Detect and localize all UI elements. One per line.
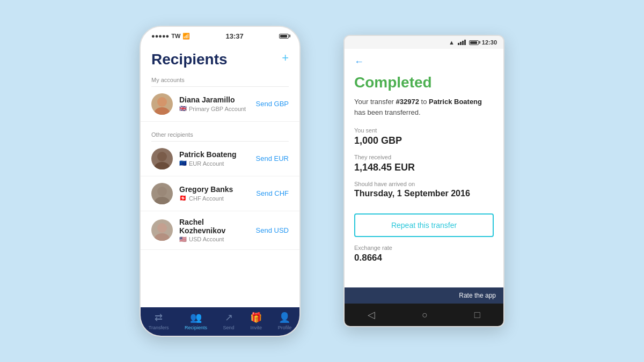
recipient-name: Patrick Boateng — [179, 150, 250, 159]
transfer-id: #32972 — [396, 98, 419, 106]
svg-point-4 — [157, 187, 167, 196]
send-eur-button[interactable]: Send EUR — [256, 154, 289, 162]
recipient-info: Gregory Banks 🇨🇭 CHF Account — [179, 185, 250, 202]
svg-point-3 — [155, 162, 170, 169]
tab-invite-label: Invite — [250, 325, 262, 330]
scene: ●●●●● TW 📶 13:37 Recipients + My account… — [0, 0, 644, 362]
exchange-rate-value: 0.8664 — [354, 253, 494, 263]
iphone-status-bar: ●●●●● TW 📶 13:37 — [141, 27, 299, 42]
send-gbp-button[interactable]: Send GBP — [256, 100, 289, 108]
android-frame: ▲ 12:30 ← Completed Your transfer #32972… — [343, 35, 504, 327]
svg-point-6 — [157, 223, 167, 233]
arrived-value: Thursday, 1 September 2016 — [354, 189, 494, 198]
battery-icon — [279, 34, 289, 39]
list-item: Patrick Boateng 🇪🇺 EUR Account Send EUR — [141, 142, 299, 176]
recipient-account: 🇬🇧 Primary GBP Account — [179, 105, 250, 112]
android-battery-icon — [469, 40, 479, 45]
profile-icon: 👤 — [279, 312, 290, 323]
send-chf-button[interactable]: Send CHF — [256, 189, 289, 197]
signal-icon: ▲ — [449, 39, 455, 46]
recipients-title: Recipients — [151, 51, 228, 68]
avatar — [151, 219, 173, 241]
tab-invite[interactable]: 🎁 Invite — [250, 312, 262, 330]
android-screen-content: ← Completed Your transfer #32972 to Patr… — [345, 49, 503, 287]
back-button[interactable]: ← — [354, 56, 364, 68]
tab-send-label: Send — [223, 325, 235, 330]
android-home-button[interactable]: ○ — [422, 309, 428, 321]
wifi-signal — [458, 40, 466, 45]
send-usd-button[interactable]: Send USD — [256, 226, 289, 234]
sent-value: 1,000 GBP — [354, 135, 494, 146]
svg-point-5 — [155, 197, 170, 204]
avatar — [151, 183, 173, 204]
transfer-recipient: Patrick Boateng — [429, 98, 482, 106]
svg-point-1 — [155, 107, 170, 115]
invite-icon: 🎁 — [250, 312, 262, 323]
exchange-rate-block: Exchange rate 0.8664 — [354, 245, 494, 263]
flag-icon: 🇪🇺 — [179, 160, 187, 167]
recipient-account: 🇺🇸 USD Account — [179, 236, 250, 243]
received-value: 1,148.45 EUR — [354, 162, 494, 173]
android-status-right: ▲ 12:30 — [449, 39, 497, 46]
recipient-info: Rachel Kozhevnikov 🇺🇸 USD Account — [179, 218, 250, 243]
recipient-info: Patrick Boateng 🇪🇺 EUR Account — [179, 150, 250, 167]
iphone-time: 13:37 — [226, 32, 244, 40]
add-recipient-button[interactable]: + — [282, 51, 289, 65]
iphone-screen-content: Recipients + My accounts Diana Jaramillo… — [141, 42, 299, 307]
my-accounts-label: My accounts — [141, 73, 299, 86]
recipients-icon: 👥 — [190, 312, 202, 323]
android-back-button[interactable]: ◁ — [368, 309, 375, 321]
recipient-name: Gregory Banks — [179, 185, 250, 194]
android-time: 12:30 — [482, 39, 497, 46]
rate-app-bar[interactable]: Rate the app — [345, 287, 503, 304]
send-icon: ↗ — [225, 312, 233, 323]
recipient-name: Diana Jaramillo — [179, 95, 250, 104]
android-nav-bar: ◁ ○ □ — [345, 304, 503, 326]
signal-dots: ●●●●● — [151, 33, 169, 39]
tab-recipients[interactable]: 👥 Recipients — [185, 312, 207, 330]
tab-transfers-label: Transfers — [149, 325, 169, 330]
received-info-block: They received 1,148.45 EUR — [354, 154, 494, 173]
list-item: Diana Jaramillo 🇬🇧 Primary GBP Account S… — [141, 87, 299, 122]
tab-profile-label: Profile — [278, 325, 292, 330]
exchange-rate-label: Exchange rate — [354, 245, 494, 251]
tab-recipients-label: Recipients — [185, 325, 207, 330]
svg-point-7 — [155, 233, 170, 241]
received-label: They received — [354, 154, 494, 160]
recipient-info: Diana Jaramillo 🇬🇧 Primary GBP Account — [179, 95, 250, 112]
rate-app-label: Rate the app — [459, 292, 496, 299]
recipient-name: Rachel Kozhevnikov — [179, 218, 250, 235]
arrived-label: Should have arrived on — [354, 181, 494, 187]
flag-icon: 🇬🇧 — [179, 105, 187, 112]
flag-icon: 🇺🇸 — [179, 236, 187, 243]
sent-info-block: You sent 1,000 GBP — [354, 127, 494, 146]
transfers-icon: ⇄ — [155, 312, 163, 323]
iphone-signal: ●●●●● TW 📶 — [151, 33, 190, 40]
sent-label: You sent — [354, 127, 494, 134]
repeat-transfer-button[interactable]: Repeat this transfer — [354, 213, 494, 237]
avatar — [151, 93, 173, 115]
tab-send[interactable]: ↗ Send — [223, 312, 235, 330]
recipients-header: Recipients + — [141, 42, 299, 73]
completed-title: Completed — [354, 74, 494, 91]
android-recent-button[interactable]: □ — [474, 309, 480, 321]
flag-icon: 🇨🇭 — [179, 195, 187, 202]
transfer-complete-screen: ← Completed Your transfer #32972 to Patr… — [345, 49, 503, 278]
tab-transfers[interactable]: ⇄ Transfers — [149, 312, 169, 330]
android-status-bar: ▲ 12:30 — [345, 36, 503, 49]
other-recipients-label: Other recipients — [141, 128, 299, 141]
wifi-icon: 📶 — [182, 33, 190, 40]
svg-point-2 — [157, 152, 167, 161]
tab-profile[interactable]: 👤 Profile — [278, 312, 292, 330]
avatar — [151, 148, 173, 169]
svg-point-0 — [157, 97, 167, 107]
list-item: Gregory Banks 🇨🇭 CHF Account Send CHF — [141, 176, 299, 211]
tab-bar: ⇄ Transfers 👥 Recipients ↗ Send 🎁 Invite… — [141, 307, 299, 336]
carrier-label: TW — [171, 33, 180, 39]
list-item: Rachel Kozhevnikov 🇺🇸 USD Account Send U… — [141, 211, 299, 250]
recipient-account: 🇨🇭 CHF Account — [179, 195, 250, 202]
transfer-description: Your transfer #32972 to Patrick Boateng … — [354, 97, 494, 117]
recipient-account: 🇪🇺 EUR Account — [179, 160, 250, 167]
arrived-info-block: Should have arrived on Thursday, 1 Septe… — [354, 181, 494, 198]
iphone-frame: ●●●●● TW 📶 13:37 Recipients + My account… — [140, 26, 301, 337]
